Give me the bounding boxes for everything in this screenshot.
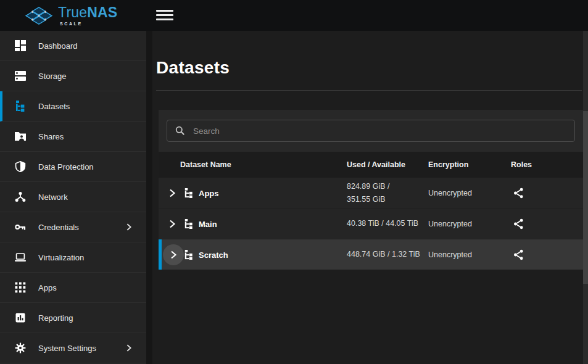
share-icon[interactable] (513, 218, 524, 230)
chevron-right-icon (124, 343, 134, 353)
encryption-value: Unencrypted (428, 250, 472, 259)
table-row-scratch[interactable]: Scratch 448.74 GiB / 1.32 TiB Unencrypte… (159, 239, 583, 270)
reporting-icon (15, 312, 26, 323)
page-title: Datasets (156, 58, 230, 78)
scrollbar-thumb[interactable] (583, 111, 588, 284)
used-available-value: 824.89 GiB / 351.55 GiB (347, 180, 426, 206)
truenas-logo-icon (25, 6, 53, 25)
table-row-apps[interactable]: Apps 824.89 GiB / 351.55 GiB Unencrypted (159, 178, 583, 209)
sidebar-item-label: Shares (38, 132, 64, 141)
brand-edition: SCALE (60, 22, 117, 26)
gear-icon (15, 342, 26, 354)
datasets-panel: Dataset Name Used / Available Encryption… (159, 110, 583, 270)
dataset-name: Main (199, 219, 217, 228)
sidebar-item-label: Reporting (38, 313, 73, 323)
brand-name: TrueNAS (58, 6, 117, 20)
sidebar-item-label: Network (38, 192, 68, 202)
dataset-name: Scratch (199, 250, 228, 259)
datasets-icon (15, 101, 26, 112)
column-header-roles: Roles (511, 152, 532, 178)
truenas-logo: TrueNAS SCALE (25, 6, 117, 26)
sidebar-item-dashboard[interactable]: Dashboard (0, 31, 146, 61)
sidebar-item-label: Data Protection (38, 162, 94, 172)
sidebar-item-label: System Settings (38, 344, 96, 353)
virtualization-icon (15, 252, 26, 263)
expand-chevron-icon[interactable] (168, 249, 179, 260)
dashboard-icon (15, 40, 26, 51)
sidebar-item-datasets[interactable]: Datasets (0, 91, 146, 122)
shares-icon (15, 131, 26, 142)
vertical-scrollbar[interactable] (583, 31, 588, 364)
network-icon (15, 191, 26, 202)
sidebar-item-storage[interactable]: Storage (0, 61, 146, 91)
apps-icon (15, 282, 26, 293)
search-icon (175, 125, 186, 136)
dataset-icon (184, 219, 194, 229)
sidebar-item-system-settings[interactable]: System Settings (0, 333, 146, 363)
sidebar-item-credentials[interactable]: Credentials (0, 212, 146, 242)
search-section (159, 110, 583, 152)
sidebar-item-label: Datasets (38, 102, 70, 111)
sidebar-item-apps[interactable]: Apps (0, 273, 146, 303)
sidebar-item-label: Storage (38, 72, 67, 81)
share-icon[interactable] (513, 249, 524, 260)
encryption-value: Unencrypted (428, 220, 472, 228)
expand-chevron-icon[interactable] (167, 218, 178, 230)
title-divider (156, 90, 582, 91)
sidebar-item-label: Dashboard (38, 41, 78, 51)
sidebar-item-reporting[interactable]: Reporting (0, 303, 146, 333)
dataset-icon (184, 250, 194, 260)
sidebar-item-network[interactable]: Network (0, 182, 146, 212)
table-header: Dataset Name Used / Available Encryption… (159, 152, 583, 178)
encryption-value: Unencrypted (428, 189, 472, 197)
column-header-encryption: Encryption (428, 152, 468, 178)
used-available-value: 40.38 TiB / 44.05 TiB (347, 217, 426, 230)
expand-chevron-icon[interactable] (167, 188, 178, 199)
menu-icon[interactable] (156, 10, 173, 22)
column-header-dataset-name: Dataset Name (180, 152, 231, 178)
search-input[interactable] (193, 126, 574, 136)
sidebar-item-data-protection[interactable]: Data Protection (0, 152, 146, 182)
sidebar: Dashboard Storage Datasets Shares (0, 31, 146, 364)
table-row-main[interactable]: Main 40.38 TiB / 44.05 TiB Unencrypted (159, 209, 583, 239)
column-header-used-available: Used / Available (347, 152, 405, 178)
storage-icon (15, 70, 26, 81)
sidebar-content-divider (146, 31, 152, 364)
main-content: Datasets Dataset Name Used / Available E… (152, 31, 588, 364)
dataset-name: Apps (199, 188, 219, 197)
key-icon (15, 221, 26, 233)
chevron-right-icon (124, 222, 134, 232)
topbar: TrueNAS SCALE (0, 0, 588, 31)
sidebar-item-shares[interactable]: Shares (0, 122, 146, 152)
sidebar-item-virtualization[interactable]: Virtualization (0, 242, 146, 273)
data-protection-icon (15, 161, 26, 172)
used-available-value: 448.74 GiB / 1.32 TiB (347, 248, 426, 261)
sidebar-item-label: Credentials (38, 223, 79, 232)
sidebar-item-label: Apps (38, 283, 57, 292)
search-box[interactable] (167, 120, 575, 142)
sidebar-item-label: Virtualization (38, 253, 84, 262)
share-icon[interactable] (513, 187, 524, 199)
dataset-icon (184, 188, 194, 198)
